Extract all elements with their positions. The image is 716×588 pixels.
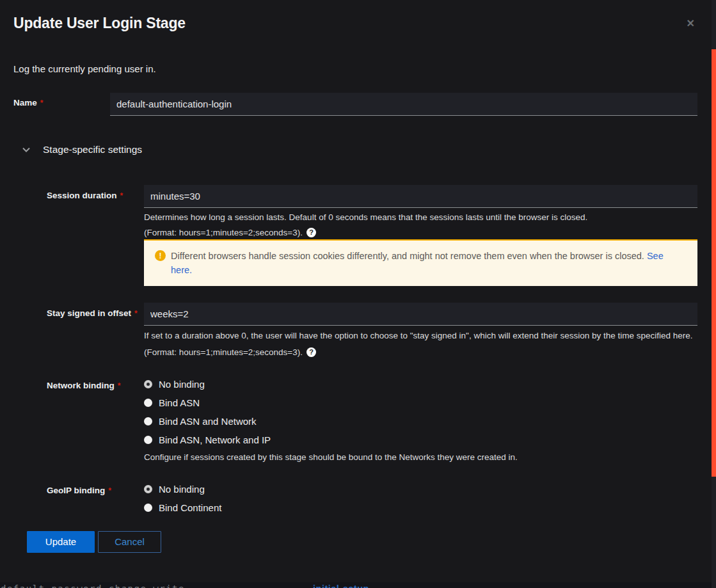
- radio-option-geoip-no-binding[interactable]: No binding: [144, 480, 697, 498]
- session-duration-input[interactable]: [144, 185, 697, 208]
- radio-option-no-binding[interactable]: No binding: [144, 375, 697, 393]
- required-asterisk: *: [120, 191, 123, 200]
- scrollbar-thumb[interactable]: [712, 49, 716, 477]
- help-circle-icon[interactable]: ?: [306, 228, 316, 237]
- radio-unselected-icon: [144, 504, 152, 512]
- update-user-login-stage-modal: Update User Login Stage ✕ Log the curren…: [0, 0, 716, 582]
- chevron-down-icon: [22, 145, 31, 154]
- radio-selected-icon: [144, 380, 152, 388]
- stay-signed-in-format-help: (Format: hours=1;minutes=2;seconds=3). ?: [144, 346, 697, 358]
- geoip-binding-group: GeoIP binding* No binding Bind Continent: [47, 480, 697, 517]
- radio-option-bind-asn-network-ip[interactable]: Bind ASN, Network and IP: [144, 431, 697, 449]
- stage-description: Log the currently pending user in.: [13, 63, 697, 74]
- network-binding-group: Network binding* No binding Bind ASN: [47, 375, 697, 463]
- session-duration-help: Determines how long a session lasts. Def…: [144, 211, 697, 223]
- modal-header: Update User Login Stage ✕: [0, 0, 716, 33]
- stay-signed-in-input[interactable]: [144, 303, 697, 326]
- name-input[interactable]: [110, 93, 697, 116]
- radio-unselected-icon: [144, 399, 152, 407]
- background-stage-name: default-password-change-write: [1, 584, 185, 588]
- required-asterisk: *: [118, 381, 121, 390]
- stage-specific-settings-toggle[interactable]: Stage-specific settings: [13, 144, 697, 155]
- stay-signed-in-label: Stay signed in offset*: [47, 303, 144, 358]
- scrollbar-track[interactable]: [712, 0, 716, 588]
- page-title: Update User Login Stage: [13, 15, 186, 32]
- radio-option-bind-asn-network[interactable]: Bind ASN and Network: [144, 412, 697, 431]
- session-duration-control: Determines how long a session lasts. Def…: [144, 185, 697, 286]
- warning-text: Different browsers handle session cookie…: [171, 249, 685, 277]
- close-icon[interactable]: ✕: [683, 15, 699, 33]
- session-duration-label: Session duration*: [47, 185, 144, 286]
- modal-body: Log the currently pending user in. Name*…: [0, 63, 716, 553]
- screen: Update User Login Stage ✕ Log the curren…: [0, 0, 716, 588]
- geoip-binding-label: GeoIP binding*: [47, 480, 144, 517]
- session-duration-format-help: (Format: hours=1;minutes=2;seconds=3). ?: [144, 226, 697, 239]
- network-binding-label: Network binding*: [47, 375, 144, 463]
- stay-signed-in-help: If set to a duration above 0, the user w…: [144, 329, 697, 343]
- geoip-binding-control: No binding Bind Continent: [144, 480, 697, 517]
- update-button[interactable]: Update: [27, 531, 95, 553]
- modal-footer: Update Cancel: [13, 531, 697, 553]
- warning-icon: !: [155, 250, 166, 261]
- background-flow-link[interactable]: initial-setup: [313, 584, 369, 588]
- stay-signed-in-control: If set to a duration above 0, the user w…: [144, 303, 697, 358]
- network-binding-control: No binding Bind ASN Bind ASN and Network: [144, 375, 697, 463]
- session-cookie-warning-alert: ! Different browsers handle session cook…: [144, 239, 697, 286]
- section-label: Stage-specific settings: [43, 144, 142, 155]
- radio-unselected-icon: [144, 417, 152, 425]
- name-label: Name*: [13, 93, 110, 116]
- name-form-group: Name*: [13, 93, 697, 116]
- help-circle-icon[interactable]: ?: [306, 347, 316, 357]
- radio-selected-icon: [144, 485, 152, 493]
- session-duration-group: Session duration* Determines how long a …: [47, 185, 697, 286]
- required-asterisk: *: [134, 309, 138, 318]
- cancel-button[interactable]: Cancel: [98, 531, 161, 553]
- radio-option-bind-asn[interactable]: Bind ASN: [144, 393, 697, 412]
- required-asterisk: *: [108, 486, 111, 495]
- stay-signed-in-group: Stay signed in offset* If set to a durat…: [47, 303, 697, 358]
- background-table-row: default-password-change-write initial-se…: [0, 582, 712, 588]
- radio-unselected-icon: [144, 436, 152, 444]
- stage-specific-settings-body: Session duration* Determines how long a …: [13, 185, 697, 517]
- required-asterisk: *: [40, 99, 44, 107]
- radio-option-bind-continent[interactable]: Bind Continent: [144, 498, 697, 517]
- network-binding-help: Configure if sessions created by this st…: [144, 451, 697, 463]
